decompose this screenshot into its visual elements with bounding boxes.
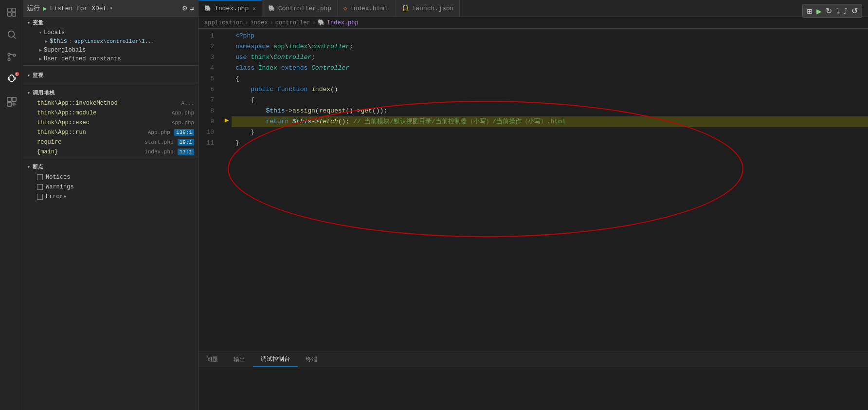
extensions-icon[interactable] xyxy=(3,93,20,110)
code-line-1: <?php xyxy=(232,31,868,41)
breakpoint-notices[interactable]: Notices xyxy=(23,172,198,182)
panel-tabs: 问题 输出 调试控制台 终端 xyxy=(199,352,868,367)
user-constants-label: User defined constants xyxy=(44,56,121,62)
this-item[interactable]: ▶ $this : app\index\controller\I... xyxy=(23,37,198,46)
panel-tab-terminal[interactable]: 终端 xyxy=(298,353,325,367)
token-10-0 xyxy=(235,127,251,138)
breakpoints-header[interactable]: ▾ 断点 xyxy=(23,161,198,172)
token-3-5: ; xyxy=(311,52,315,63)
tab-close-index-php[interactable]: ✕ xyxy=(253,5,256,12)
callstack-item-2[interactable]: think\App::exec App.php xyxy=(23,118,198,128)
remote-icon[interactable]: ⇄ xyxy=(190,4,194,13)
variables-arrow: ▾ xyxy=(27,20,31,26)
token-9-2: $this xyxy=(292,116,311,127)
breakpoint-errors[interactable]: Errors xyxy=(23,192,198,202)
tab-index-php[interactable]: 🐘 Index.php ✕ xyxy=(199,0,262,17)
gutter-4 xyxy=(222,61,232,72)
step-into-button[interactable]: ⤵ xyxy=(836,7,840,16)
debug-toolbar: ⊞ ▶ ↻ ⤵ ⤴ ↺ xyxy=(802,4,862,18)
locals-arrow: ▾ xyxy=(39,30,42,36)
git-icon[interactable] xyxy=(3,49,20,65)
tab-launch-json[interactable]: {} launch.json xyxy=(396,0,460,17)
callstack-line-3: 139:1 xyxy=(174,129,194,136)
search-icon[interactable] xyxy=(3,26,20,43)
breadcrumb-php-icon: 🐘 xyxy=(318,19,325,26)
breadcrumb-index[interactable]: index xyxy=(250,19,268,26)
callstack-item-5[interactable]: {main} index.php 17:1 xyxy=(23,147,198,157)
svg-line-5 xyxy=(14,37,16,38)
variables-header[interactable]: ▾ 变量 xyxy=(23,17,198,28)
panel: 问题 输出 调试控制台 终端 xyxy=(199,352,868,410)
callstack-item-3[interactable]: think\App::run App.php 139:1 xyxy=(23,128,198,137)
json-icon: {} xyxy=(402,5,409,12)
code-content[interactable]: <?php namespace app\index\controller; us… xyxy=(232,29,868,352)
line-num-8: 8 xyxy=(199,106,218,116)
tab-label-controller-php: Controller.php xyxy=(278,5,331,12)
gutter-11 xyxy=(222,136,232,147)
locals-label: Locals xyxy=(44,29,65,36)
layout-button[interactable]: ⊞ xyxy=(807,7,813,15)
superglobals-item[interactable]: ▶ Superglobals xyxy=(23,46,198,55)
tab-label-index-php: Index.php xyxy=(215,5,249,12)
locals-item[interactable]: ▾ Locals xyxy=(23,28,198,37)
token-9-1: return xyxy=(266,116,292,127)
token-9-5: (); xyxy=(338,116,349,127)
step-over-button[interactable]: ↻ xyxy=(826,6,832,16)
breakpoint-warnings[interactable]: Warnings xyxy=(23,182,198,192)
breadcrumb-file[interactable]: Index.php xyxy=(327,19,359,26)
panel-tab-output[interactable]: 输出 xyxy=(226,353,253,367)
callstack-line-5: 17:1 xyxy=(178,149,194,155)
code-line-2: namespace app\index\controller; xyxy=(232,41,868,52)
step-out-button[interactable]: ⤴ xyxy=(844,7,848,16)
monitor-label: 监视 xyxy=(33,72,44,79)
breadcrumb-application[interactable]: application xyxy=(204,19,243,26)
restart-button[interactable]: ↺ xyxy=(851,6,858,16)
user-constants-item[interactable]: ▶ User defined constants xyxy=(23,55,198,63)
breadcrumb-controller[interactable]: controller xyxy=(275,19,310,26)
svg-point-6 xyxy=(8,53,10,56)
tab-bar: 🐘 Index.php ✕ 🐘 Controller.php ◇ index.h… xyxy=(199,0,868,17)
token-10-1: } xyxy=(251,127,254,138)
explorer-icon[interactable] xyxy=(3,4,20,20)
gutter-1 xyxy=(222,29,232,39)
code-line-11: } xyxy=(232,138,868,149)
this-colon: : xyxy=(69,38,72,44)
panel-tab-debug-console[interactable]: 调试控制台 xyxy=(253,352,298,367)
callstack-item-1[interactable]: think\App::module App.php xyxy=(23,108,198,118)
warnings-label: Warnings xyxy=(46,184,74,190)
tab-controller-php[interactable]: 🐘 Controller.php xyxy=(262,0,338,17)
warnings-checkbox[interactable] xyxy=(37,184,43,190)
notices-checkbox[interactable] xyxy=(37,174,43,180)
errors-checkbox[interactable] xyxy=(37,194,43,200)
code-line-6: public function index() xyxy=(232,84,868,95)
continue-button[interactable]: ▶ xyxy=(816,7,822,15)
line-num-6: 6 xyxy=(199,84,218,95)
svg-rect-2 xyxy=(7,13,11,16)
breadcrumb: application › index › controller › 🐘 Ind… xyxy=(199,17,868,29)
token-6-3: index xyxy=(311,84,330,95)
tab-index-html[interactable]: ◇ index.html xyxy=(338,0,396,17)
divider-2 xyxy=(23,85,198,85)
callstack-item-4[interactable]: require start.php 19:1 xyxy=(23,137,198,147)
gutter: ▶ xyxy=(222,29,232,352)
play-icon[interactable]: ▶ xyxy=(43,4,47,13)
errors-label: Errors xyxy=(46,193,67,200)
callstack-name-5: {main} xyxy=(37,149,58,155)
this-value: app\index\controller\I... xyxy=(74,38,155,44)
token-8-4: ( xyxy=(315,106,319,116)
code-line-9: return $this->fetch(); // 当前模块/默认视图目录/当前… xyxy=(232,116,868,127)
code-editor[interactable]: 1 2 3 4 5 6 7 8 9 10 11 ▶ xyxy=(199,29,868,352)
token-8-0 xyxy=(235,106,266,116)
callstack-file-2: App.php xyxy=(172,120,194,126)
monitor-header[interactable]: ▾ 监视 xyxy=(23,70,198,81)
callstack-item-0[interactable]: think\App::invokeMethod A... xyxy=(23,98,198,108)
token-4-1: class xyxy=(235,63,258,74)
chevron-down-icon[interactable]: ▾ xyxy=(109,5,112,11)
settings-icon[interactable]: ⚙ xyxy=(182,3,187,13)
token-4-2: Index xyxy=(258,63,281,74)
this-arrow: ▶ xyxy=(45,38,48,44)
debug-icon[interactable]: 1 xyxy=(3,71,20,88)
callstack-header[interactable]: ▾ 调用堆栈 xyxy=(23,87,198,98)
panel-tab-problems[interactable]: 问题 xyxy=(199,353,226,367)
debug-badge: 1 xyxy=(15,72,19,76)
